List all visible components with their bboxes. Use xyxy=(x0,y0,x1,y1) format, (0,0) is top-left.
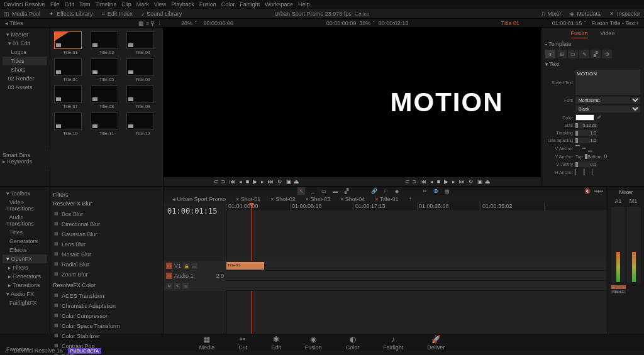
font-select[interactable]: Montserrat xyxy=(575,97,640,104)
eyedropper-icon[interactable]: ✐ xyxy=(597,114,602,121)
fader-main[interactable] xyxy=(627,207,641,282)
shading-tab-icon[interactable]: ✎ xyxy=(579,50,589,58)
clip-thumb[interactable]: Title-05 xyxy=(91,58,123,82)
clip-thumb[interactable]: Title-09 xyxy=(126,85,159,109)
fader-a1[interactable] xyxy=(611,207,625,282)
effects-library-button[interactable]: ✦ Effects Library xyxy=(49,11,92,17)
fx-item[interactable]: Mosaic Blur xyxy=(53,249,160,259)
fx-transitions[interactable]: ▸ Transitions xyxy=(3,281,47,290)
clip-thumb[interactable]: Title-10 xyxy=(54,112,87,136)
fx-item[interactable]: Radial Blur xyxy=(53,259,160,270)
next-frame-button[interactable]: ▸ xyxy=(452,178,455,185)
view-icons[interactable]: ▦ ≡ ⚲ ⋮ xyxy=(138,20,162,26)
bin-path[interactable]: ◂ Titles xyxy=(5,20,23,26)
fx-item[interactable]: Box Blur xyxy=(53,209,160,219)
tl-tab[interactable]: ◂ Urban Sport Promo xyxy=(169,195,230,203)
inspector-button[interactable]: ✕ Inspector xyxy=(609,11,640,17)
blade-tool-icon[interactable]: ⎯ xyxy=(309,187,316,195)
clip-thumb[interactable]: Title-04 xyxy=(54,58,87,82)
anchor-bottom-icon[interactable]: ▁ xyxy=(588,145,592,151)
marker-icon[interactable]: ◆ xyxy=(393,187,401,195)
fx-vtrans[interactable]: Video Transitions xyxy=(3,198,47,213)
fx-item[interactable]: Zoom Blur xyxy=(53,270,160,280)
clip-thumb[interactable]: Title-11 xyxy=(91,112,123,136)
fx-item[interactable]: Lens Blur xyxy=(53,239,160,249)
clip-thumb[interactable]: Title-07 xyxy=(54,85,87,109)
anchor-top-icon[interactable]: ▔ xyxy=(575,145,580,151)
solo-icon[interactable]: S xyxy=(174,283,180,289)
video-track-1[interactable]: V1V1🔒▭ Title-01 xyxy=(226,261,608,271)
menu-item[interactable]: Playback xyxy=(171,1,194,8)
settings-tab-icon[interactable]: ⚙ xyxy=(602,50,612,58)
arm-icon[interactable]: ⊙ xyxy=(182,283,189,289)
menu-item[interactable]: Trim xyxy=(79,1,91,8)
clip-thumb[interactable]: Title-01 xyxy=(54,31,87,55)
tl-tab[interactable]: × Shot-02 xyxy=(267,195,299,203)
last-frame-button[interactable]: ⏭ xyxy=(459,178,465,185)
stop-button[interactable]: ■ xyxy=(246,178,249,185)
last-frame-button[interactable]: ⏭ xyxy=(268,178,274,185)
track-dest-icon[interactable]: V1 xyxy=(166,263,172,269)
timeline-clip[interactable]: Title-01 xyxy=(226,262,264,270)
audio-controls[interactable]: MS⊙ xyxy=(226,281,608,291)
page-color[interactable]: ◐Color xyxy=(346,335,360,351)
record-monitor[interactable]: MOTION xyxy=(353,28,541,177)
prev-frame-button[interactable]: ◂ xyxy=(430,178,433,185)
overwrite-tool-icon[interactable]: ▬ xyxy=(331,187,339,195)
fx-item[interactable]: Color Stabilizer xyxy=(53,331,160,341)
clip-thumb[interactable]: Title-12 xyxy=(126,112,159,136)
arrow-tool-icon[interactable]: ↖ xyxy=(297,187,305,195)
anchor-r-icon[interactable]: ▕ xyxy=(588,169,592,175)
fx-item[interactable]: Chromatic Adaptation xyxy=(53,301,160,311)
styled-text-input[interactable]: MOTION xyxy=(575,70,640,95)
fx-generators2[interactable]: ▸ Generators xyxy=(3,272,47,281)
tl-tab[interactable]: × Shot-01 xyxy=(232,195,264,203)
loop-button[interactable]: ↻ xyxy=(277,178,282,185)
tl-tab[interactable]: × Title-01 xyxy=(371,195,402,203)
audio-track-1[interactable]: A1Audio 12.0 xyxy=(226,271,608,281)
flag-icon[interactable]: ⚐ xyxy=(382,187,389,195)
menu-item[interactable]: Help xyxy=(298,1,310,8)
track-dest-icon[interactable]: A1 xyxy=(166,273,172,279)
link-sel-icon[interactable]: ⦿ xyxy=(432,187,440,195)
page-cut[interactable]: ✂Cut xyxy=(238,335,247,351)
first-frame-button[interactable]: ⏮ xyxy=(421,178,426,185)
snap-icon[interactable]: ⧈ xyxy=(421,187,428,195)
menu-item[interactable]: File xyxy=(50,1,60,8)
page-deliver[interactable]: 🚀Deliver xyxy=(427,335,445,351)
replace-tool-icon[interactable]: ▞ xyxy=(343,187,350,195)
metadata-button[interactable]: ◈ Metadata xyxy=(570,11,601,17)
fx-toolbox[interactable]: ▾ Toolbox xyxy=(3,189,47,198)
mute-icon[interactable]: 🔇 xyxy=(584,187,591,195)
track-auto-icon[interactable]: ▭ xyxy=(191,263,197,269)
bin-assets[interactable]: 03 Assets xyxy=(3,83,47,92)
next-frame-button[interactable]: ▸ xyxy=(261,178,264,185)
fx-titles[interactable]: Titles xyxy=(3,228,47,237)
jog-left[interactable]: ⊂ ⊃ xyxy=(214,178,226,185)
position-lock-icon[interactable]: ▦ xyxy=(443,187,451,195)
text-tab-icon[interactable]: T xyxy=(545,50,555,58)
mixer-button[interactable]: ⎍ Mixer xyxy=(541,11,561,17)
bin-titles[interactable]: Titles xyxy=(3,57,47,65)
zoom-slider[interactable]: ━●━ xyxy=(595,187,602,195)
fx-atrans[interactable]: Audio Transitions xyxy=(3,213,47,228)
stop-button[interactable]: ■ xyxy=(437,178,440,185)
page-fairlight[interactable]: ♪Fairlight xyxy=(383,335,403,351)
bin-master[interactable]: ▾ Master xyxy=(3,30,47,39)
transform-tab-icon[interactable]: ▭ xyxy=(568,50,578,58)
anchor-mid-icon[interactable]: ━ xyxy=(582,145,586,151)
first-frame-button[interactable]: ⏮ xyxy=(230,178,235,185)
sound-library-button[interactable]: ♪ Sound Library xyxy=(142,11,182,17)
image-tab-icon[interactable]: ▞ xyxy=(591,50,601,58)
menu-item[interactable]: Fairlight xyxy=(240,1,260,8)
fx-item[interactable]: Directional Blur xyxy=(53,219,160,229)
clip-thumb[interactable]: Title-03 xyxy=(126,31,159,55)
match-frame-button[interactable]: ▣ ⏏ xyxy=(477,178,491,185)
bin-logos[interactable]: Logos xyxy=(3,48,47,57)
media-pool-button[interactable]: ◫ Media Pool xyxy=(4,11,40,17)
tab-fusion[interactable]: Fusion xyxy=(571,30,588,38)
fx-openfx[interactable]: ▾ OpenFX xyxy=(3,254,47,263)
page-fusion[interactable]: ◉Fusion xyxy=(305,335,322,351)
bin-shots[interactable]: Shots xyxy=(3,65,47,74)
play-button[interactable]: ▶ xyxy=(253,178,257,185)
